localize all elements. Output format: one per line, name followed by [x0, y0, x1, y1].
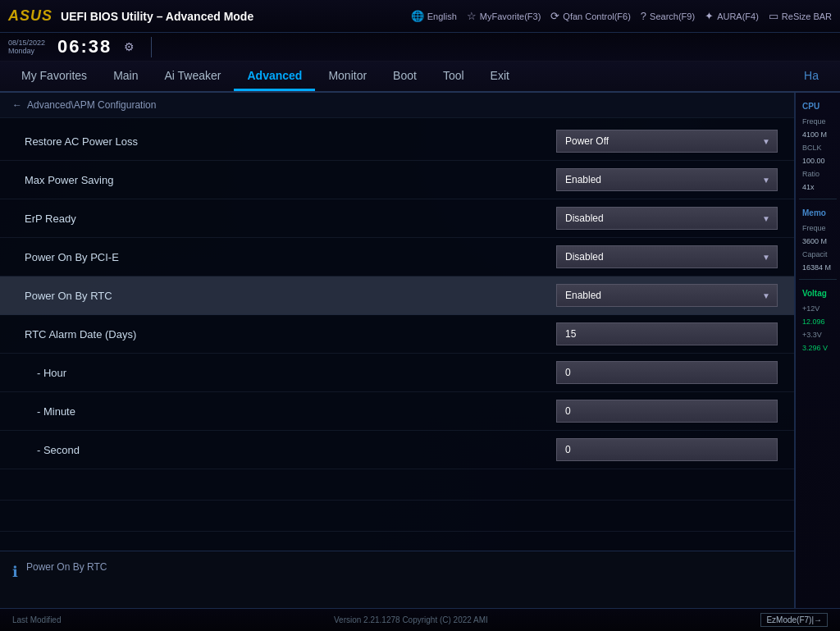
table-row: ErP Ready Disabled ▼	[0, 199, 794, 238]
setting-value-erp[interactable]: Disabled ▼	[556, 207, 778, 230]
toolbar-resizebar[interactable]: ▭ ReSize BAR	[769, 10, 832, 22]
date-info: 08/15/2022 Monday	[8, 39, 45, 55]
input-rtc-days[interactable]: 15	[556, 322, 778, 345]
setting-value-minute[interactable]: 0	[556, 400, 778, 423]
input-hour-value: 0	[565, 367, 571, 378]
nav-main[interactable]: Main	[100, 62, 151, 91]
last-modified: Last Modified	[12, 615, 61, 624]
info-icon: ℹ	[12, 563, 18, 581]
setting-label-pcie: Power On By PCI-E	[25, 251, 556, 263]
setting-label-minute: - Minute	[25, 405, 556, 418]
resize-label: ReSize BAR	[782, 11, 832, 21]
asus-logo: ASUS	[8, 7, 52, 25]
setting-value-second[interactable]: 0	[556, 438, 778, 461]
aura-icon: ✦	[705, 10, 714, 22]
bottom-right: EzMode(F7)|→	[760, 613, 828, 627]
setting-value-rtc-days[interactable]: 15	[556, 322, 778, 345]
setting-label-rtc: Power On By RTC	[25, 290, 556, 302]
qfan-label: Qfan Control(F6)	[563, 11, 631, 21]
dropdown-arrow-icon: ▼	[762, 291, 770, 300]
fan-icon: ⟳	[550, 10, 559, 22]
dropdown-erp[interactable]: Disabled ▼	[556, 207, 778, 230]
table-row-empty	[0, 469, 794, 501]
setting-label-erp: ErP Ready	[25, 213, 556, 225]
sidebar-ratio-value: 41x	[799, 182, 837, 192]
datetime-bar: 08/15/2022 Monday 06:38 ⚙	[0, 33, 840, 62]
dropdown-arrow-icon: ▼	[762, 253, 770, 262]
bottom-bar: Last Modified Version 2.21.1278 Copyrigh…	[0, 608, 840, 631]
dropdown-restore-ac-value: Power Off	[565, 135, 609, 147]
table-row: - Hour 0	[0, 354, 794, 392]
top-bar-icons: 🌐 English ☆ MyFavorite(F3) ⟳ Qfan Contro…	[411, 10, 832, 22]
table-row: Max Power Saving Enabled ▼	[0, 161, 794, 199]
nav-ai-tweaker[interactable]: Ai Tweaker	[151, 62, 234, 91]
right-sidebar: CPU Freque 4100 M BCLK 100.00 Ratio 41x …	[795, 93, 840, 608]
dropdown-rtc-value: Enabled	[565, 290, 601, 301]
bios-title: UEFI BIOS Utility – Advanced Mode	[61, 10, 403, 23]
table-row: - Second 0	[0, 431, 794, 469]
sidebar-mem-cap-value: 16384 M	[799, 263, 837, 272]
content-area: ← Advanced\APM Configuration Restore AC …	[0, 93, 840, 608]
setting-value-rtc[interactable]: Enabled ▼	[556, 284, 778, 307]
input-second[interactable]: 0	[556, 438, 778, 461]
time-display: 06:38	[57, 36, 112, 57]
setting-value-pcie[interactable]: Disabled ▼	[556, 245, 778, 268]
nav-tool[interactable]: Tool	[430, 62, 477, 91]
input-rtc-days-value: 15	[565, 328, 576, 340]
setting-label-rtc-days: RTC Alarm Date (Days)	[25, 328, 556, 341]
nav-bar: My Favorites Main Ai Tweaker Advanced Mo…	[0, 62, 840, 93]
input-minute[interactable]: 0	[556, 400, 778, 423]
dropdown-max-power[interactable]: Enabled ▼	[556, 168, 778, 191]
dropdown-arrow-icon: ▼	[762, 137, 770, 146]
main-wrapper: ASUS UEFI BIOS Utility – Advanced Mode 🌐…	[0, 0, 840, 631]
language-label: English	[427, 11, 457, 21]
nav-advanced[interactable]: Advanced	[234, 62, 315, 91]
toolbar-qfan[interactable]: ⟳ Qfan Control(F6)	[550, 10, 631, 22]
resize-icon: ▭	[769, 10, 778, 22]
sidebar-volt-title: Voltag	[799, 286, 837, 300]
setting-label-max-power: Max Power Saving	[25, 174, 556, 186]
dropdown-pcie[interactable]: Disabled ▼	[556, 245, 778, 268]
toolbar-search[interactable]: ? Search(F9)	[641, 10, 695, 22]
toolbar-myfavorite[interactable]: ☆ MyFavorite(F3)	[467, 10, 541, 22]
nav-monitor[interactable]: Monitor	[315, 62, 380, 91]
nav-boot[interactable]: Boot	[380, 62, 430, 91]
separator	[151, 37, 152, 57]
myfavorite-label: MyFavorite(F3)	[480, 11, 541, 21]
dropdown-rtc[interactable]: Enabled ▼	[556, 284, 778, 307]
input-hour[interactable]: 0	[556, 361, 778, 384]
dropdown-pcie-value: Disabled	[565, 251, 604, 263]
version-text: Version 2.21.1278 Copyright (C) 2022 AMI	[61, 615, 760, 624]
setting-value-hour[interactable]: 0	[556, 361, 778, 384]
sidebar-cpu-title: CPU	[799, 99, 837, 113]
sidebar-mem-freq-value: 3600 M	[799, 236, 837, 246]
sidebar-cpu-freq-label: Freque	[799, 117, 837, 126]
table-row: Restore AC Power Loss Power Off ▼	[0, 122, 794, 161]
toolbar-language[interactable]: 🌐 English	[411, 10, 457, 22]
toolbar-aura[interactable]: ✦ AURA(F4)	[705, 10, 759, 22]
dropdown-arrow-icon: ▼	[762, 214, 770, 223]
sidebar-cpu-freq-value: 4100 M	[799, 130, 837, 139]
settings-list: Restore AC Power Loss Power Off ▼ Max Po…	[0, 118, 794, 551]
search-icon: ?	[641, 10, 646, 22]
table-row: Power On By RTC Enabled ▼	[0, 277, 794, 315]
setting-value-restore-ac[interactable]: Power Off ▼	[556, 130, 778, 153]
nav-exit[interactable]: Exit	[477, 62, 523, 91]
sidebar-mem-title: Memo	[799, 206, 837, 220]
language-icon: 🌐	[411, 10, 424, 22]
sidebar-divider	[799, 279, 837, 280]
date-display: 08/15/2022	[8, 39, 45, 47]
ezmode-button[interactable]: EzMode(F7)|→	[760, 613, 828, 627]
nav-my-favorites[interactable]: My Favorites	[8, 62, 100, 91]
dropdown-restore-ac[interactable]: Power Off ▼	[556, 130, 778, 153]
sidebar-ratio-label: Ratio	[799, 169, 837, 179]
day-display: Monday	[8, 47, 45, 55]
main-panel: ← Advanced\APM Configuration Restore AC …	[0, 93, 795, 608]
setting-label-hour: - Hour	[25, 367, 556, 379]
breadcrumb: ← Advanced\APM Configuration	[0, 93, 794, 118]
setting-value-max-power[interactable]: Enabled ▼	[556, 168, 778, 191]
setting-label-restore-ac: Restore AC Power Loss	[25, 135, 556, 148]
nav-ha[interactable]: Ha	[791, 62, 832, 91]
table-row-empty	[0, 532, 794, 551]
settings-icon[interactable]: ⚙	[124, 40, 135, 53]
